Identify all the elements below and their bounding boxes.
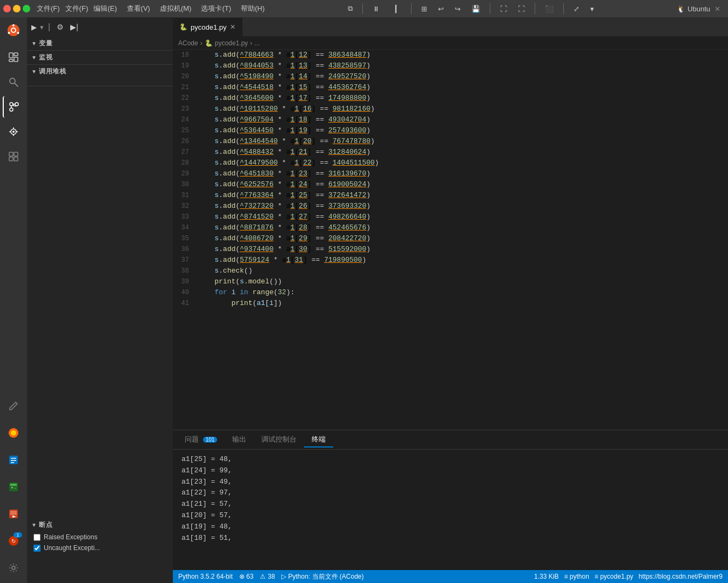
breadcrumb-sep2: ›: [250, 39, 252, 47]
tab-problems[interactable]: 问题 101: [177, 432, 225, 448]
toolbar-terminal[interactable]: ⬛: [542, 3, 557, 15]
code-editor[interactable]: 18 s.add(^7884663 * a1[12] == 386348487)…: [173, 50, 728, 430]
tab-debug-console[interactable]: 调试控制台: [254, 432, 304, 448]
line-content: s.add(^7763364 * a1[25] == 372641472): [196, 190, 728, 201]
svg-point-3: [17, 32, 19, 34]
menu-vm[interactable]: 虚拟机(M): [156, 3, 196, 15]
editor-area: 🐍 pycode1.py ✕ ACode › 🐍 pycode1.py › ..…: [173, 17, 728, 583]
watch-label: 监视: [39, 53, 52, 62]
status-python-version[interactable]: Python 3.5.2 64-bit: [178, 573, 233, 580]
activity-search[interactable]: [3, 71, 24, 93]
sidebar-run-dropdown[interactable]: ▾: [40, 23, 44, 31]
status-filename[interactable]: ≡ pycode1.py: [595, 573, 633, 580]
line-number: 23: [173, 104, 196, 114]
tab-pycode1[interactable]: 🐍 pycode1.py ✕: [173, 18, 242, 36]
line-number: 35: [173, 233, 196, 244]
line-content: s.check(): [196, 266, 728, 276]
code-line: 26 s.add(^13464540 * a1[20] == 767478780…: [173, 136, 728, 147]
code-line: 27 s.add(^5488432 * a1[21] == 312840624): [173, 147, 728, 158]
activity-settings[interactable]: [3, 557, 24, 579]
close-button[interactable]: [3, 5, 11, 12]
status-link[interactable]: https://blog.csdn.net/Palmer9: [639, 573, 723, 580]
status-errors[interactable]: ⊗ 63: [239, 573, 254, 580]
breakpoint-raised-checkbox[interactable]: [33, 534, 41, 541]
code-line: 24 s.add(^9667504 * a1[18] == 493042704): [173, 114, 728, 125]
toolbar-fullscreen2[interactable]: ⛶: [515, 3, 528, 15]
breakpoints-section: ▼ 断点 Raised Exceptions Uncaught Excepti.…: [27, 518, 173, 583]
sidebar-settings-btn[interactable]: ⚙: [55, 22, 66, 32]
toolbar-undo[interactable]: ↩: [435, 3, 447, 15]
toolbar-split[interactable]: ⧉: [345, 3, 356, 15]
breadcrumb-more[interactable]: ...: [254, 39, 260, 47]
callstack-header[interactable]: ▼ 调用堆栈: [27, 65, 173, 78]
breakpoint-uncaught[interactable]: Uncaught Excepti...: [27, 543, 173, 553]
toolbar-expand[interactable]: ⤢: [570, 3, 583, 15]
ubuntu-close-icon[interactable]: ✕: [714, 5, 720, 13]
tab-python-icon: 🐍: [179, 23, 187, 31]
activity-extensions[interactable]: [3, 146, 24, 167]
window-controls: 文件(F): [3, 4, 60, 13]
status-run[interactable]: ▷ Python: 当前文件 (ACode): [281, 572, 363, 581]
app-menu-label[interactable]: 文件(F): [37, 4, 60, 13]
breakpoints-header[interactable]: ▼ 断点: [27, 518, 173, 532]
terminal-line: a1[19] = 48,: [181, 521, 719, 533]
line-content: s.add(^10115280 * a1[16] == 981182160): [196, 104, 728, 114]
code-line: 41 print(a1[i]): [173, 298, 728, 309]
sidebar-sep: |: [48, 22, 50, 32]
sidebar-run-btn[interactable]: ▶: [31, 23, 37, 31]
line-number: 34: [173, 222, 196, 233]
menu-edit[interactable]: 编辑(E): [89, 3, 121, 15]
breadcrumb-file[interactable]: pycode1.py: [215, 39, 248, 47]
status-right: 1.33 KiB ≡ python ≡ pycode1.py https://b…: [534, 573, 723, 580]
breakpoint-raised[interactable]: Raised Exceptions: [27, 532, 173, 543]
status-warnings[interactable]: ⚠ 38: [260, 573, 275, 580]
svg-rect-22: [9, 157, 13, 161]
activity-update[interactable]: ↻ 1: [3, 530, 24, 552]
activity-source-control[interactable]: [3, 96, 24, 118]
status-language[interactable]: ≡ python: [564, 573, 589, 580]
menu-view[interactable]: 查看(V): [123, 3, 154, 15]
activity-writer[interactable]: [3, 449, 24, 471]
sidebar-more-btn[interactable]: ▶|: [68, 22, 80, 32]
toolbar-debug-step-over2[interactable]: ▕▏: [387, 3, 405, 15]
activity-impress[interactable]: [3, 503, 24, 525]
error-count: 63: [246, 573, 253, 580]
status-filesize[interactable]: 1.33 KiB: [534, 573, 558, 580]
breadcrumb-sep1: ›: [200, 39, 203, 47]
toolbar-sep-1: [362, 3, 363, 14]
activity-firefox[interactable]: [3, 422, 24, 444]
line-content: print(s.model()): [196, 276, 728, 287]
code-line: 20 s.add(^5198490 * a1[14] == 249527520): [173, 71, 728, 82]
breakpoint-uncaught-checkbox[interactable]: [33, 545, 41, 552]
line-number: 38: [173, 266, 196, 276]
activity-debug[interactable]: [3, 121, 24, 143]
activity-pencil[interactable]: [3, 395, 24, 417]
line-content: s.add(^7884663 * a1[12] == 386348487): [196, 50, 728, 60]
toolbar-save[interactable]: 💾: [468, 3, 483, 15]
ubuntu-button[interactable]: 🐧 Ubuntu ✕: [672, 4, 725, 14]
tab-output-label: 输出: [232, 435, 246, 443]
toolbar-redo[interactable]: ↪: [451, 3, 464, 15]
breadcrumb-acode[interactable]: ACode: [178, 39, 198, 47]
tab-output[interactable]: 输出: [225, 432, 254, 448]
menu-help[interactable]: 帮助(H): [237, 3, 269, 15]
watch-header[interactable]: ▼ 监视: [27, 51, 173, 64]
svg-point-38: [12, 566, 15, 570]
svg-rect-5: [9, 53, 13, 58]
line-content: s.add(^9667504 * a1[18] == 493042704): [196, 114, 728, 125]
menu-tab[interactable]: 选项卡(T): [197, 3, 235, 15]
minimize-button[interactable]: [13, 5, 21, 12]
maximize-button[interactable]: [23, 5, 30, 12]
tab-close-icon[interactable]: ✕: [230, 23, 235, 31]
menu-file[interactable]: 文件(F): [65, 4, 89, 13]
toolbar-debug-step-over[interactable]: ⏸: [369, 3, 383, 15]
toolbar-expand2[interactable]: ▾: [587, 3, 597, 15]
sidebar-toolbar: ▶ ▾ | ⚙ ▶|: [27, 17, 173, 37]
activity-explorer[interactable]: [3, 46, 24, 68]
toolbar-layout[interactable]: ⊞: [418, 3, 430, 15]
toolbar-fullscreen[interactable]: ⛶: [497, 3, 510, 15]
variables-header[interactable]: ▼ 变量: [27, 37, 173, 50]
activity-calc[interactable]: + -: [3, 476, 24, 498]
tab-terminal[interactable]: 终端: [304, 432, 333, 448]
activity-ubuntu[interactable]: [3, 19, 24, 41]
